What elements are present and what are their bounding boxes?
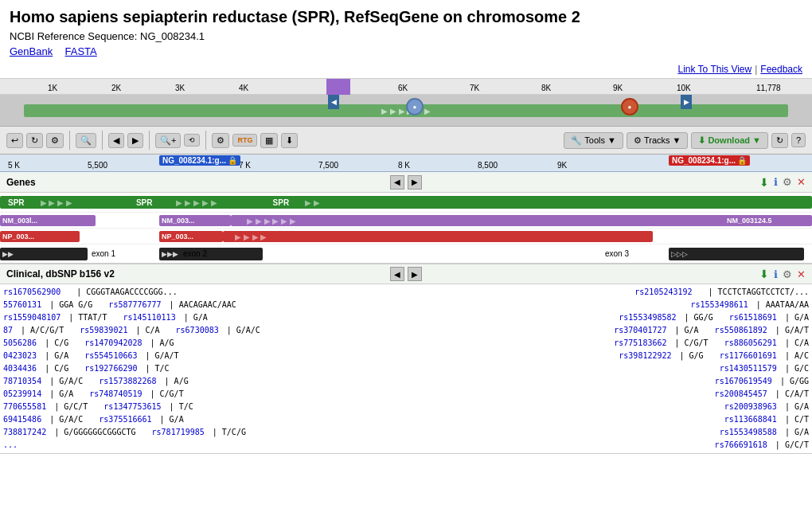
snp-val-14: | G/A/T xyxy=(775,324,809,336)
snp-rs1559048107[interactable]: rs1559048107 xyxy=(3,311,61,323)
nm-bar-right[interactable]: NM_003124.5 xyxy=(724,215,812,226)
snp-rs554510663[interactable]: rs554510663 xyxy=(84,350,137,362)
gear-icon: ⚙ xyxy=(634,135,642,146)
clinical-download-icon[interactable]: ⬇ xyxy=(759,268,769,280)
rtg-btn[interactable]: RTG xyxy=(232,134,257,147)
np-bar-long[interactable]: ▶ ▶ ▶ ▶ xyxy=(223,231,653,242)
snp-rs370401727[interactable]: rs370401727 xyxy=(614,324,666,336)
snp-val-3: | GGA G/G xyxy=(49,299,92,311)
snp-rs766691618[interactable]: rs766691618 xyxy=(715,439,767,451)
undo-btn[interactable]: ↩ xyxy=(6,133,23,148)
clinical-close-icon[interactable]: ✕ xyxy=(797,268,806,280)
red-marker-circle[interactable]: ● xyxy=(621,98,638,115)
link-to-view-btn[interactable]: Link To This View xyxy=(677,64,751,75)
clinical-gear-icon[interactable]: ⚙ xyxy=(783,268,792,280)
snp-placeholder[interactable]: ... xyxy=(3,439,18,451)
snp-rs748740519[interactable]: rs748740519 xyxy=(89,388,142,400)
red-region-label[interactable]: NG_008234.1:g... 🔒 xyxy=(669,155,750,166)
snp-rs145110113[interactable]: rs145110113 xyxy=(123,311,175,323)
exon3-bar[interactable]: ▷▷▷ xyxy=(669,248,804,260)
snp-rs192766290[interactable]: rs192766290 xyxy=(84,362,137,374)
np-bar-left[interactable]: NP_003... xyxy=(0,231,80,242)
nm-bar-left[interactable]: NM_003l... xyxy=(0,215,96,226)
snp-rs1470942028[interactable]: rs1470942028 xyxy=(84,337,142,349)
nm-bar-mid[interactable]: NM_003... xyxy=(159,215,231,226)
redo-btn[interactable]: ↻ xyxy=(26,133,43,148)
nm-bar-long[interactable]: ▶ ▶ ▶ ▶ ▶ ▶ xyxy=(231,215,748,226)
snp-55760131[interactable]: 55760131 xyxy=(3,299,41,311)
snp-rs1176601691[interactable]: rs1176601691 xyxy=(720,350,777,362)
genes-download-icon[interactable]: ⬇ xyxy=(759,176,769,189)
snp-rs1553498611[interactable]: rs1553498611 xyxy=(691,299,748,311)
snp-rs1347753615[interactable]: rs1347753615 xyxy=(103,401,161,413)
snp-rs6730083[interactable]: rs6730083 xyxy=(176,324,219,336)
snp-rs1573882268[interactable]: rs1573882268 xyxy=(99,375,156,387)
snp-770655581[interactable]: 770655581 xyxy=(3,401,46,413)
snp-738817242[interactable]: 738817242 xyxy=(3,426,46,438)
np-bar-mid[interactable]: NP_003... xyxy=(159,231,223,242)
nav-right-arrow[interactable]: ▶ xyxy=(681,95,692,109)
grid-btn[interactable]: ▦ xyxy=(260,133,278,148)
exon2-bar[interactable]: ▶▶▶ xyxy=(159,248,263,260)
snp-rs550861892[interactable]: rs550861892 xyxy=(715,324,767,336)
spr-gene-bar[interactable]: SPR ▶ ▶ ▶ ▶ SPR ▶ ▶ ▶ ▶ ▶ SPR ▶ ▶ xyxy=(0,196,812,209)
blue-region-label[interactable]: NG_008234.1:g... 🔒 xyxy=(159,155,240,166)
blue-marker-circle[interactable]: ● xyxy=(406,98,424,115)
sep2 xyxy=(102,131,103,150)
back-btn[interactable]: ◀ xyxy=(108,133,124,148)
snp-rs1553498582[interactable]: rs1553498582 xyxy=(619,311,676,323)
download-dropdown-btn[interactable]: ⬇ Download ▼ xyxy=(691,132,767,149)
snp-69415486[interactable]: 69415486 xyxy=(3,413,41,425)
clinical-info-icon[interactable]: ℹ xyxy=(774,268,778,280)
config2-btn[interactable]: ⚙ xyxy=(212,133,229,148)
forward-btn[interactable]: ▶ xyxy=(127,133,143,148)
snp-rs59839021[interactable]: rs59839021 xyxy=(80,324,127,336)
tick-5k: 5 K xyxy=(8,161,20,170)
search-btn[interactable]: 🔍 xyxy=(76,133,96,148)
fasta-link[interactable]: FASTA xyxy=(65,45,97,57)
snp-78710354[interactable]: 78710354 xyxy=(3,375,41,387)
snp-rs200845457[interactable]: rs200845457 xyxy=(715,388,767,400)
tools-dropdown-btn[interactable]: 🔧 Tools ▼ xyxy=(564,132,623,149)
snp-rs1553498588[interactable]: rs1553498588 xyxy=(720,426,777,438)
snp-05239914[interactable]: 05239914 xyxy=(3,388,41,400)
snp-rs2105243192[interactable]: rs2105243192 xyxy=(634,286,692,298)
snp-rs781719985[interactable]: rs781719985 xyxy=(152,426,205,438)
exon2-label: exon 2 xyxy=(183,249,207,258)
zoom-out-btn[interactable]: ⟲ xyxy=(184,134,200,147)
tracks-dropdown-btn[interactable]: ⚙ Tracks ▼ xyxy=(627,132,688,149)
snp-rs1670562900[interactable]: rs1670562900 xyxy=(3,286,61,298)
snp-rs587776777[interactable]: rs587776777 xyxy=(108,299,161,311)
clinical-next-btn[interactable]: ▶ xyxy=(408,267,422,281)
exon1-bar[interactable]: ▶▶ xyxy=(0,248,88,260)
genes-prev-btn[interactable]: ◀ xyxy=(390,175,404,190)
snp-rs398122922[interactable]: rs398122922 xyxy=(619,350,671,362)
zoom-in-btn[interactable]: 🔍+ xyxy=(155,133,181,148)
help-btn[interactable]: ? xyxy=(791,133,806,147)
snp-5056286[interactable]: 5056286 xyxy=(3,337,37,349)
snp-rs886056291[interactable]: rs886056291 xyxy=(724,337,777,349)
genes-next-btn[interactable]: ▶ xyxy=(408,175,422,190)
snp-87[interactable]: 87 xyxy=(3,324,13,336)
genes-gear-icon[interactable]: ⚙ xyxy=(783,176,792,188)
snp-rs1430511579[interactable]: rs1430511579 xyxy=(720,362,777,374)
snp-rs1670619549[interactable]: rs1670619549 xyxy=(715,375,772,387)
snp-rs113668841[interactable]: rs113668841 xyxy=(724,413,777,425)
header-links: GenBank FASTA xyxy=(10,45,802,57)
clinical-prev-btn[interactable]: ◀ xyxy=(390,267,404,281)
feedback-btn[interactable]: Feedback xyxy=(760,64,802,75)
snp-rs200938963[interactable]: rs200938963 xyxy=(724,401,777,413)
genbank-link[interactable]: GenBank xyxy=(10,45,53,57)
snp-rs375516661[interactable]: rs375516661 xyxy=(99,413,151,425)
genes-close-icon[interactable]: ✕ xyxy=(797,176,806,188)
snp-rs775183662[interactable]: rs775183662 xyxy=(614,337,666,349)
config-btn[interactable]: ⚙ xyxy=(46,133,64,148)
download2-btn[interactable]: ⬇ xyxy=(281,133,298,148)
snp-0423023[interactable]: 0423023 xyxy=(3,350,37,362)
nav-left-arrow[interactable]: ◀ xyxy=(328,95,339,109)
snp-4034436[interactable]: 4034436 xyxy=(3,362,37,374)
refresh-btn[interactable]: ↻ xyxy=(771,133,788,148)
ruler-2k: 2K xyxy=(111,84,121,92)
snp-rs61518691[interactable]: rs61518691 xyxy=(729,311,777,323)
genes-info-icon[interactable]: ℹ xyxy=(774,176,778,188)
